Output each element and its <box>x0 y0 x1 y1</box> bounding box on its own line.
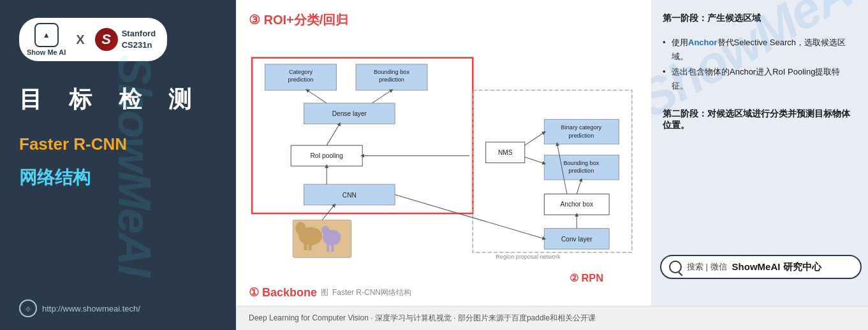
svg-line-9 <box>307 90 327 103</box>
diagram-caption: ① Backbone 图 Faster R-CNN网络结构 <box>249 285 638 299</box>
svg-text:RoI pooling: RoI pooling <box>310 153 342 160</box>
faster-rcnn-subtitle: Faster R-CNN <box>19 134 127 154</box>
svg-rect-22 <box>309 243 312 250</box>
stage1-title: 第一阶段：产生候选区域 <box>663 13 857 24</box>
svg-text:Dense layer: Dense layer <box>332 110 367 117</box>
stage2-title: 第二阶段：对候选区域进行分类并预测目标物体位置。 <box>663 108 857 131</box>
stage1-bullets: 使用Anchor替代Selective Search，选取候选区域。 选出包含物… <box>663 36 857 94</box>
network-subtitle: 网络结构 <box>19 166 91 190</box>
svg-line-43 <box>525 157 545 163</box>
main-title: 目 标 检 测 <box>19 84 202 115</box>
svg-text:Category: Category <box>289 69 313 75</box>
bottom-bar: Deep Learning for Computer Vision · 深度学习… <box>236 306 868 330</box>
svg-text:Region proposal network: Region proposal network <box>496 254 561 260</box>
network-svg: Category prediction Bounding box predict… <box>249 34 638 283</box>
svg-point-24 <box>321 226 329 234</box>
bottom-text: Deep Learning for Computer Vision · 深度学习… <box>249 313 596 324</box>
right-panel: 第一阶段：产生候选区域 使用Anchor替代Selective Search，选… <box>651 0 868 306</box>
logo-x-separator: X <box>76 32 84 47</box>
showmeai-icon <box>34 23 59 47</box>
svg-text:prediction: prediction <box>569 133 594 139</box>
showmeai-logo: Show Me AI <box>27 23 66 56</box>
svg-rect-21 <box>304 241 307 250</box>
stanford-s-icon: S <box>95 28 118 51</box>
svg-rect-26 <box>331 245 334 252</box>
bullet-2: 选出包含物体的Anchor进入RoI Pooling提取特征。 <box>663 65 857 93</box>
svg-text:prediction: prediction <box>379 76 404 83</box>
svg-text:Binary category: Binary category <box>561 124 602 131</box>
footer-link[interactable]: ⟐ http://www.showmeai.tech/ <box>19 299 140 317</box>
search-label: 搜索 | 微信 <box>687 261 727 273</box>
svg-text:Conv layer: Conv layer <box>561 236 592 243</box>
link-icon: ⟐ <box>19 299 37 317</box>
stanford-text: StanfordCS231n <box>122 28 156 51</box>
logo-area: Show Me AI X S StanfordCS231n <box>19 18 167 61</box>
diagram-wrapper: Category prediction Bounding box predict… <box>249 34 638 283</box>
backbone-label: ① Backbone <box>249 285 317 299</box>
svg-line-42 <box>525 133 545 145</box>
svg-text:CNN: CNN <box>342 192 357 199</box>
svg-text:② RPN: ② RPN <box>570 272 603 283</box>
main-content: ③ ROI+分类/回归 Category prediction Bounding… <box>236 0 868 330</box>
search-brand: ShowMeAI 研究中心 <box>732 261 821 273</box>
caption-text: Faster R-CNN网络结构 <box>332 287 411 298</box>
bullet-1: 使用Anchor替代Selective Search，选取候选区域。 <box>663 36 857 64</box>
svg-text:NMS: NMS <box>498 149 513 156</box>
svg-text:Bounding box: Bounding box <box>563 160 599 166</box>
sidebar: Show Me AI X S StanfordCS231n 目 标 检 测 Fa… <box>0 0 236 330</box>
svg-text:Bounding box: Bounding box <box>374 69 409 75</box>
svg-line-10 <box>372 90 392 103</box>
search-bar[interactable]: 搜索 | 微信 ShowMeAI 研究中心 <box>660 255 862 279</box>
svg-line-27 <box>322 205 334 220</box>
svg-text:Anchor box: Anchor box <box>561 201 593 208</box>
caption-icon: 图 <box>321 287 328 298</box>
svg-text:prediction: prediction <box>288 76 314 83</box>
svg-rect-25 <box>327 244 329 252</box>
svg-point-20 <box>295 222 305 234</box>
anchor-link: Anchor <box>688 38 717 47</box>
svg-text:prediction: prediction <box>569 168 594 174</box>
diagram-area: ③ ROI+分类/回归 Category prediction Bounding… <box>236 0 651 306</box>
footer-url: http://www.showmeai.tech/ <box>42 304 140 313</box>
top-area: ③ ROI+分类/回归 Category prediction Bounding… <box>236 0 868 306</box>
stanford-logo: S StanfordCS231n <box>95 28 156 51</box>
svg-rect-32 <box>544 119 619 144</box>
search-icon <box>669 261 682 273</box>
svg-line-13 <box>327 124 339 146</box>
svg-line-47 <box>395 195 544 239</box>
svg-line-44 <box>577 180 581 194</box>
roi-title: ③ ROI+分类/回归 <box>249 11 638 29</box>
showmeai-text: Show Me AI <box>27 48 66 56</box>
